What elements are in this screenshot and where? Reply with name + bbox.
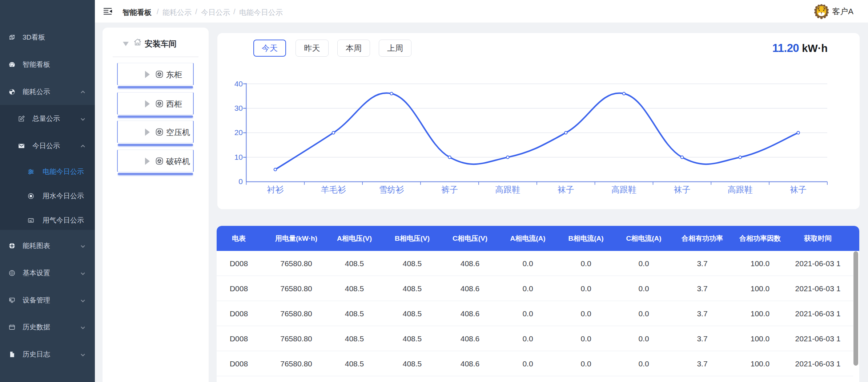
svg-text:20: 20 (234, 128, 243, 137)
svg-text:袜子: 袜子 (558, 185, 574, 194)
svg-text:衬衫: 衬衫 (266, 185, 284, 194)
svg-text:高跟鞋: 高跟鞋 (611, 185, 636, 194)
svg-text:羊毛衫: 羊毛衫 (321, 185, 346, 194)
svg-text:40: 40 (234, 80, 243, 88)
svg-text:10: 10 (234, 153, 243, 161)
svg-text:30: 30 (234, 104, 243, 112)
svg-text:高跟鞋: 高跟鞋 (495, 185, 520, 194)
svg-text:高跟鞋: 高跟鞋 (728, 185, 753, 194)
svg-text:0: 0 (238, 177, 243, 186)
svg-text:袜子: 袜子 (674, 185, 690, 194)
svg-text:裤子: 裤子 (441, 185, 458, 194)
svg-text:雪纺衫: 雪纺衫 (379, 185, 404, 194)
svg-text:袜子: 袜子 (790, 185, 807, 194)
